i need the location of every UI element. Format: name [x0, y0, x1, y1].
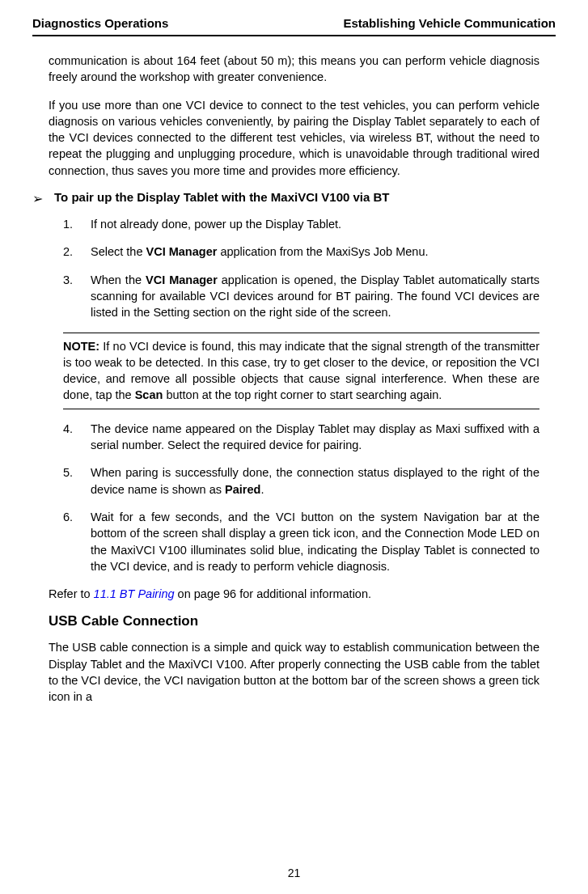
bold-paired: Paired: [225, 483, 260, 496]
page-content: communication is about 164 feet (about 5…: [32, 53, 556, 705]
step-2: 2. Select the VCI Manager application fr…: [49, 244, 539, 260]
paragraph-multi-vci: If you use more than one VCI device to c…: [49, 97, 539, 179]
refer-paragraph: Refer to 11.1 BT Pairing on page 96 for …: [49, 586, 539, 602]
bold-scan: Scan: [135, 388, 163, 401]
section-heading-pair-bt: ➢ To pair up the Display Tablet with the…: [32, 190, 539, 206]
heading-text: To pair up the Display Tablet with the M…: [54, 190, 390, 204]
step-5: 5. When paring is successfully done, the…: [49, 464, 539, 498]
step-text: Select the VCI Manager application from …: [91, 244, 539, 260]
page-header: Diagnostics Operations Establishing Vehi…: [32, 16, 556, 36]
subsection-usb-body: The USB cable connection is a simple and…: [49, 639, 539, 705]
step-text: When the VCI Manager application is open…: [91, 272, 539, 321]
step-text: When paring is successfully done, the co…: [91, 464, 539, 498]
step-text: The device name appeared on the Display …: [91, 421, 539, 454]
page-number: 21: [288, 866, 301, 879]
note-text-2: button at the top right corner to start …: [163, 388, 442, 401]
step-3: 3. When the VCI Manager application is o…: [49, 272, 539, 321]
note-box: NOTE: If no VCI device is found, this ma…: [63, 333, 539, 409]
step-number: 2.: [63, 244, 91, 260]
arrow-right-icon: ➢: [32, 191, 43, 206]
header-right: Establishing Vehicle Communication: [343, 16, 556, 30]
bold-vci-manager: VCI Manager: [146, 273, 218, 286]
header-left: Diagnostics Operations: [32, 16, 168, 30]
link-bt-pairing[interactable]: 11.1 BT Pairing: [94, 587, 175, 600]
step-number: 6.: [63, 509, 91, 574]
bold-vci-manager: VCI Manager: [146, 245, 218, 258]
step-6: 6. Wait for a few seconds, and the VCI b…: [49, 509, 539, 574]
subsection-usb-title: USB Cable Connection: [49, 613, 539, 629]
step-number: 3.: [63, 272, 91, 321]
step-4: 4. The device name appeared on the Displ…: [49, 421, 539, 454]
paragraph-continuation: communication is about 164 feet (about 5…: [49, 53, 539, 86]
step-number: 4.: [63, 421, 91, 454]
step-text: If not already done, power up the Displa…: [91, 216, 539, 232]
step-number: 5.: [63, 464, 91, 498]
step-number: 1.: [63, 216, 91, 232]
step-text: Wait for a few seconds, and the VCI butt…: [91, 509, 539, 574]
step-1: 1. If not already done, power up the Dis…: [49, 216, 539, 232]
note-label: NOTE:: [63, 340, 99, 353]
